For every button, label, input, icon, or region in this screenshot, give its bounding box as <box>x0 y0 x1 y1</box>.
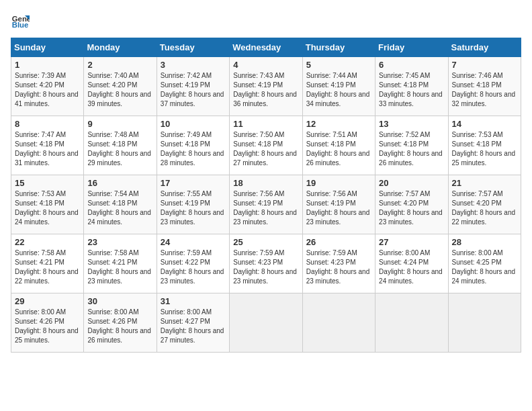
day-detail: Sunrise: 7:47 AMSunset: 4:18 PMDaylight:… <box>15 131 79 167</box>
day-number: 12 <box>306 119 371 129</box>
calendar-cell: 9 Sunrise: 7:48 AMSunset: 4:18 PMDayligh… <box>84 116 157 175</box>
calendar-cell: 30 Sunrise: 8:00 AMSunset: 4:26 PMDaylig… <box>84 293 157 353</box>
day-detail: Sunrise: 7:54 AMSunset: 4:18 PMDaylight:… <box>87 190 151 226</box>
calendar-cell: 2 Sunrise: 7:40 AMSunset: 4:20 PMDayligh… <box>84 57 157 116</box>
calendar-cell: 15 Sunrise: 7:53 AMSunset: 4:18 PMDaylig… <box>11 175 84 234</box>
day-number: 10 <box>161 119 226 129</box>
calendar-cell: 5 Sunrise: 7:44 AMSunset: 4:19 PMDayligh… <box>302 57 375 116</box>
day-number: 14 <box>452 119 517 129</box>
day-detail: Sunrise: 7:49 AMSunset: 4:18 PMDaylight:… <box>161 131 224 167</box>
calendar-cell <box>230 293 302 353</box>
day-detail: Sunrise: 7:52 AMSunset: 4:18 PMDaylight:… <box>379 131 443 167</box>
col-header-saturday: Saturday <box>448 38 521 57</box>
day-number: 1 <box>15 60 80 70</box>
day-number: 16 <box>87 178 152 188</box>
day-detail: Sunrise: 7:40 AMSunset: 4:20 PMDaylight:… <box>87 72 151 107</box>
day-detail: Sunrise: 7:43 AMSunset: 4:19 PMDaylight:… <box>233 72 297 107</box>
day-detail: Sunrise: 7:56 AMSunset: 4:19 PMDaylight:… <box>306 190 370 226</box>
calendar-cell: 8 Sunrise: 7:47 AMSunset: 4:18 PMDayligh… <box>11 116 84 175</box>
calendar-cell: 29 Sunrise: 8:00 AMSunset: 4:26 PMDaylig… <box>11 293 84 353</box>
day-number: 4 <box>233 60 298 70</box>
day-detail: Sunrise: 8:00 AMSunset: 4:25 PMDaylight:… <box>452 249 516 285</box>
calendar-cell: 4 Sunrise: 7:43 AMSunset: 4:19 PMDayligh… <box>230 57 302 116</box>
calendar-table: SundayMondayTuesdayWednesdayThursdayFrid… <box>11 38 521 353</box>
calendar-cell: 14 Sunrise: 7:53 AMSunset: 4:18 PMDaylig… <box>448 116 521 175</box>
col-header-friday: Friday <box>375 38 448 57</box>
day-detail: Sunrise: 7:55 AMSunset: 4:19 PMDaylight:… <box>161 190 224 226</box>
calendar-cell: 26 Sunrise: 7:59 AMSunset: 4:23 PMDaylig… <box>302 234 375 293</box>
day-number: 15 <box>15 178 80 188</box>
day-number: 11 <box>233 119 298 129</box>
day-number: 13 <box>379 119 444 129</box>
logo: General Blue <box>11 11 32 30</box>
col-header-sunday: Sunday <box>11 38 84 57</box>
calendar-cell: 21 Sunrise: 7:57 AMSunset: 4:20 PMDaylig… <box>448 175 521 234</box>
calendar-cell: 17 Sunrise: 7:55 AMSunset: 4:19 PMDaylig… <box>157 175 229 234</box>
day-detail: Sunrise: 8:00 AMSunset: 4:24 PMDaylight:… <box>379 249 443 285</box>
calendar-cell <box>375 293 448 353</box>
day-detail: Sunrise: 7:56 AMSunset: 4:19 PMDaylight:… <box>233 190 297 226</box>
day-number: 9 <box>87 119 152 129</box>
day-number: 27 <box>379 237 444 247</box>
day-detail: Sunrise: 8:00 AMSunset: 4:26 PMDaylight:… <box>87 308 151 344</box>
day-detail: Sunrise: 7:42 AMSunset: 4:19 PMDaylight:… <box>161 72 224 107</box>
day-detail: Sunrise: 8:00 AMSunset: 4:26 PMDaylight:… <box>15 308 79 344</box>
day-number: 17 <box>161 178 226 188</box>
calendar-cell: 1 Sunrise: 7:39 AMSunset: 4:20 PMDayligh… <box>11 57 84 116</box>
calendar-cell <box>448 293 521 353</box>
day-detail: Sunrise: 7:59 AMSunset: 4:23 PMDaylight:… <box>306 249 370 285</box>
day-number: 6 <box>379 60 444 70</box>
day-detail: Sunrise: 7:44 AMSunset: 4:19 PMDaylight:… <box>306 72 370 107</box>
day-number: 5 <box>306 60 371 70</box>
calendar-cell <box>302 293 375 353</box>
calendar-cell: 31 Sunrise: 8:00 AMSunset: 4:27 PMDaylig… <box>157 293 229 353</box>
calendar-cell: 6 Sunrise: 7:45 AMSunset: 4:18 PMDayligh… <box>375 57 448 116</box>
col-header-wednesday: Wednesday <box>230 38 302 57</box>
day-detail: Sunrise: 7:50 AMSunset: 4:18 PMDaylight:… <box>233 131 297 167</box>
day-number: 26 <box>306 237 371 247</box>
day-detail: Sunrise: 7:59 AMSunset: 4:23 PMDaylight:… <box>233 249 297 285</box>
calendar-cell: 12 Sunrise: 7:51 AMSunset: 4:18 PMDaylig… <box>302 116 375 175</box>
col-header-thursday: Thursday <box>302 38 375 57</box>
day-detail: Sunrise: 7:48 AMSunset: 4:18 PMDaylight:… <box>87 131 151 167</box>
day-detail: Sunrise: 7:46 AMSunset: 4:18 PMDaylight:… <box>452 72 516 107</box>
calendar-cell: 3 Sunrise: 7:42 AMSunset: 4:19 PMDayligh… <box>157 57 229 116</box>
day-number: 21 <box>452 178 517 188</box>
col-header-tuesday: Tuesday <box>157 38 229 57</box>
calendar-cell: 11 Sunrise: 7:50 AMSunset: 4:18 PMDaylig… <box>230 116 302 175</box>
calendar-cell: 23 Sunrise: 7:58 AMSunset: 4:21 PMDaylig… <box>84 234 157 293</box>
day-detail: Sunrise: 7:51 AMSunset: 4:18 PMDaylight:… <box>306 131 370 167</box>
day-number: 29 <box>15 296 80 306</box>
day-detail: Sunrise: 8:00 AMSunset: 4:27 PMDaylight:… <box>161 308 224 344</box>
calendar-cell: 28 Sunrise: 8:00 AMSunset: 4:25 PMDaylig… <box>448 234 521 293</box>
day-number: 20 <box>379 178 444 188</box>
day-detail: Sunrise: 7:39 AMSunset: 4:20 PMDaylight:… <box>15 72 79 107</box>
day-detail: Sunrise: 7:53 AMSunset: 4:18 PMDaylight:… <box>452 131 516 167</box>
calendar-cell: 10 Sunrise: 7:49 AMSunset: 4:18 PMDaylig… <box>157 116 229 175</box>
logo-icon: General Blue <box>11 11 30 30</box>
day-number: 24 <box>161 237 226 247</box>
day-number: 2 <box>87 60 152 70</box>
day-detail: Sunrise: 7:53 AMSunset: 4:18 PMDaylight:… <box>15 190 79 226</box>
calendar-cell: 27 Sunrise: 8:00 AMSunset: 4:24 PMDaylig… <box>375 234 448 293</box>
day-number: 8 <box>15 119 80 129</box>
day-number: 28 <box>452 237 517 247</box>
calendar-cell: 25 Sunrise: 7:59 AMSunset: 4:23 PMDaylig… <box>230 234 302 293</box>
day-number: 3 <box>161 60 226 70</box>
day-detail: Sunrise: 7:57 AMSunset: 4:20 PMDaylight:… <box>452 190 516 226</box>
day-detail: Sunrise: 7:59 AMSunset: 4:22 PMDaylight:… <box>161 249 224 285</box>
header: General Blue <box>11 11 521 30</box>
day-detail: Sunrise: 7:58 AMSunset: 4:21 PMDaylight:… <box>87 249 151 285</box>
day-detail: Sunrise: 7:58 AMSunset: 4:21 PMDaylight:… <box>15 249 79 285</box>
svg-text:Blue: Blue <box>12 21 29 29</box>
day-number: 18 <box>233 178 298 188</box>
day-number: 31 <box>161 296 226 306</box>
day-detail: Sunrise: 7:57 AMSunset: 4:20 PMDaylight:… <box>379 190 443 226</box>
calendar-cell: 16 Sunrise: 7:54 AMSunset: 4:18 PMDaylig… <box>84 175 157 234</box>
day-number: 23 <box>87 237 152 247</box>
day-number: 7 <box>452 60 517 70</box>
calendar-cell: 7 Sunrise: 7:46 AMSunset: 4:18 PMDayligh… <box>448 57 521 116</box>
day-number: 19 <box>306 178 371 188</box>
calendar-cell: 18 Sunrise: 7:56 AMSunset: 4:19 PMDaylig… <box>230 175 302 234</box>
calendar-cell: 24 Sunrise: 7:59 AMSunset: 4:22 PMDaylig… <box>157 234 229 293</box>
